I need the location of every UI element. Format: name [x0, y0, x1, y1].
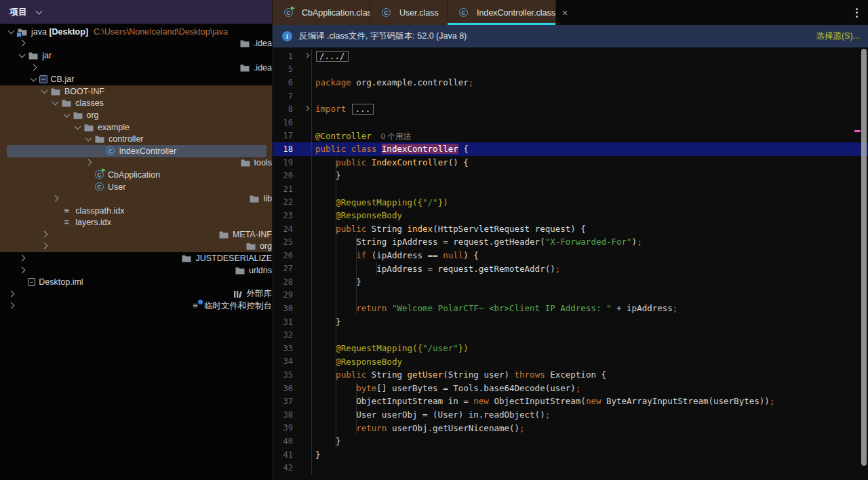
fold-toggle-icon[interactable] — [304, 106, 309, 111]
folder-icon — [181, 254, 192, 263]
chevron-right-icon[interactable] — [50, 195, 249, 202]
close-icon[interactable]: × — [562, 8, 568, 18]
tree-item-classpath.idx[interactable]: ≡classpath.idx — [0, 205, 272, 217]
indent-guide — [356, 408, 357, 422]
tree-item-org[interactable]: org — [0, 241, 272, 253]
indent-guide — [356, 275, 357, 289]
tree-item-[interactable]: ≡临时文件和控制台 — [0, 300, 272, 313]
indent-guide — [336, 302, 336, 315]
choose-sources-link[interactable]: 选择源(S)... — [816, 31, 860, 42]
code-line: 5 — [273, 63, 868, 77]
indent-guide — [356, 302, 357, 315]
tree-item-controller[interactable]: controller — [0, 133, 272, 145]
chevron-none-icon — [50, 219, 61, 226]
chevron-down-icon[interactable] — [33, 9, 45, 16]
indent-guide — [376, 262, 377, 276]
chevron-down-icon[interactable] — [16, 52, 28, 59]
tree-item-CB.jar[interactable]: CB.jar — [0, 73, 272, 85]
project-panel: 项目 java [Desktop]C:\Users\NoneIceland\De… — [0, 0, 273, 480]
folder-icon — [240, 158, 251, 167]
chevron-right-icon[interactable] — [39, 231, 218, 238]
tree-item-CbApplication[interactable]: CCbApplication — [0, 169, 272, 181]
tree-item-tools[interactable]: tools — [0, 157, 272, 169]
tree-item-java[interactable]: java [Desktop]C:\Users\NoneIceland\Deskt… — [0, 26, 272, 38]
tree-item-classes[interactable]: classes — [0, 98, 272, 110]
tree-item-BOOT-INF[interactable]: BOOT-INF — [0, 85, 272, 98]
chevron-right-icon[interactable] — [39, 243, 245, 249]
indent-guide — [336, 315, 336, 329]
notification-text: 反编译 .class文件, 字节码版本: 52.0 (Java 8) — [299, 31, 467, 42]
tab-CbApplication.class[interactable]: CCbApplication.class — [273, 0, 370, 25]
chevron-down-icon[interactable] — [39, 88, 50, 95]
line-number: 39 — [273, 422, 312, 435]
line-number: 7 — [273, 89, 312, 103]
indent-guide — [336, 408, 336, 422]
class-icon: C — [459, 8, 468, 17]
line-number: 34 — [273, 355, 312, 369]
editor-scrollbar[interactable] — [861, 49, 867, 466]
tree-item-layers.idx[interactable]: ≡layers.idx — [0, 217, 272, 229]
tree-item-IndexController[interactable]: CIndexController — [0, 145, 272, 157]
code-line: 42 — [273, 461, 868, 475]
editor-area: CCbApplication.classCUser.classCIndexCon… — [273, 0, 868, 480]
chevron-right-icon[interactable] — [5, 302, 190, 309]
info-icon: i — [282, 31, 292, 41]
indent-guide — [336, 275, 336, 289]
line-number: 8 — [273, 102, 312, 116]
tree-item-JUSTDESERIALIZE[interactable]: JUSTDESERIALIZE — [0, 252, 272, 264]
chevron-right-icon[interactable] — [28, 64, 239, 71]
indent-guide — [356, 382, 357, 395]
folder-icon — [94, 134, 105, 144]
tree-item-.idea[interactable]: .idea — [0, 62, 272, 74]
chevron-down-icon[interactable] — [50, 100, 61, 106]
line-number: 20 — [273, 169, 312, 182]
code-editor[interactable]: 1/.../56package org.example.controller;7… — [273, 47, 868, 480]
folder-icon — [245, 241, 256, 251]
chevron-right-icon[interactable] — [16, 255, 181, 262]
chevron-right-icon[interactable] — [16, 40, 239, 47]
chevron-down-icon[interactable] — [72, 124, 83, 131]
tree-item-example[interactable]: example — [0, 121, 272, 134]
indent-guide — [356, 249, 357, 262]
project-tree[interactable]: java [Desktop]C:\Users\NoneIceland\Deskt… — [0, 24, 272, 480]
chevron-none-icon — [94, 148, 105, 155]
chevron-down-icon[interactable] — [83, 136, 94, 142]
line-number: 29 — [273, 289, 312, 302]
indent-guide — [336, 289, 336, 302]
chevron-down-icon[interactable] — [5, 28, 17, 35]
folded-region[interactable]: /.../ — [316, 51, 349, 62]
tree-item-User[interactable]: CUser — [0, 181, 272, 193]
tree-item-urldns[interactable]: urldns — [0, 264, 272, 277]
tree-item-org[interactable]: org — [0, 109, 272, 121]
module-file-icon — [28, 278, 35, 286]
chevron-down-icon[interactable] — [28, 76, 39, 83]
more-options-icon[interactable] — [845, 0, 868, 25]
folded-region[interactable]: ... — [352, 104, 374, 115]
scrollbar-change-marker — [854, 130, 861, 132]
code-line: 31 } — [273, 315, 868, 329]
tree-item-jar[interactable]: jar — [0, 49, 272, 62]
indent-guide — [356, 422, 357, 435]
tree-item-Desktop.iml[interactable]: Desktop.iml — [0, 276, 272, 288]
line-number: 41 — [273, 448, 312, 462]
folder-icon — [235, 266, 245, 275]
line-number: 5 — [273, 63, 312, 77]
code-line: 24 public String index(HttpServletReques… — [273, 222, 868, 236]
chevron-down-icon[interactable] — [61, 112, 73, 119]
chevron-right-icon[interactable] — [5, 291, 233, 298]
tree-item-.idea[interactable]: .idea — [0, 38, 272, 50]
code-line: 30 return "Welcome PolarCTF~ <br>Client … — [273, 302, 868, 315]
tree-item-META-INF[interactable]: META-INF — [0, 228, 272, 241]
code-line: 19 public IndexController() { — [273, 156, 868, 169]
text-file-icon: ≡ — [61, 218, 72, 227]
tab-IndexController.class[interactable]: CIndexController.class× — [448, 0, 556, 25]
fold-toggle-icon[interactable] — [304, 53, 309, 58]
tab-User.class[interactable]: CUser.class — [370, 0, 448, 25]
tree-item-[interactable]: 外部库 — [0, 288, 272, 300]
code-line: 1/.../ — [273, 49, 868, 63]
code-line: 35 public String getUser(String user) th… — [273, 368, 868, 382]
chevron-right-icon[interactable] — [83, 159, 240, 166]
folder-icon — [239, 39, 250, 48]
chevron-right-icon[interactable] — [16, 267, 235, 274]
tree-item-lib[interactable]: lib — [0, 193, 272, 205]
